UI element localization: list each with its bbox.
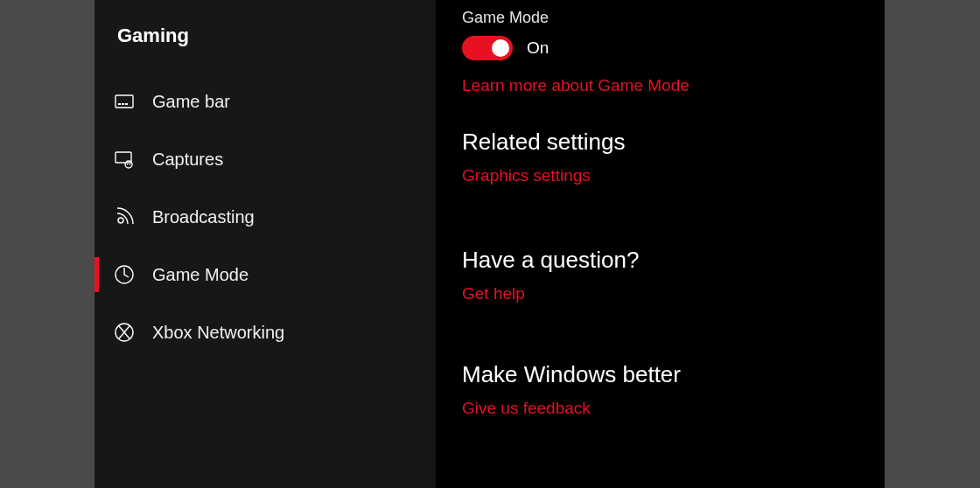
sidebar-item-label: Broadcasting <box>152 207 255 227</box>
svg-rect-0 <box>116 95 133 108</box>
svg-rect-2 <box>122 103 124 105</box>
settings-window: Gaming Game bar Cap <box>94 0 885 488</box>
sidebar-item-game-bar[interactable]: Game bar <box>94 77 436 126</box>
related-settings-heading: Related settings <box>462 129 858 156</box>
game-mode-label: Game Mode <box>462 9 858 27</box>
question-heading: Have a question? <box>462 247 858 274</box>
game-bar-icon <box>114 91 135 112</box>
game-mode-toggle-state: On <box>527 38 549 58</box>
game-mode-toggle[interactable] <box>462 36 513 60</box>
game-mode-toggle-row: On <box>462 36 858 60</box>
sidebar-item-broadcasting[interactable]: Broadcasting <box>94 192 436 241</box>
sidebar-item-xbox-networking[interactable]: Xbox Networking <box>94 308 436 357</box>
sidebar: Gaming Game bar Cap <box>94 0 436 488</box>
svg-point-6 <box>127 164 129 165</box>
toggle-knob <box>492 39 509 57</box>
sidebar-item-captures[interactable]: Captures <box>94 135 436 184</box>
broadcasting-icon <box>114 206 135 227</box>
graphics-settings-link[interactable]: Graphics settings <box>462 166 591 185</box>
get-help-link[interactable]: Get help <box>462 284 525 303</box>
improve-heading: Make Windows better <box>462 361 858 388</box>
content-pane: Game Mode On Learn more about Game Mode … <box>436 0 885 488</box>
feedback-link[interactable]: Give us feedback <box>462 399 591 418</box>
learn-more-link[interactable]: Learn more about Game Mode <box>462 76 690 95</box>
svg-rect-1 <box>118 103 121 105</box>
captures-icon <box>114 149 135 170</box>
svg-point-7 <box>130 164 131 165</box>
sidebar-item-game-mode[interactable]: Game Mode <box>94 250 436 299</box>
svg-rect-3 <box>125 103 128 105</box>
svg-point-5 <box>125 161 132 168</box>
sidebar-item-label: Captures <box>152 150 223 170</box>
sidebar-item-label: Xbox Networking <box>152 323 284 343</box>
sidebar-item-label: Game Mode <box>152 265 248 285</box>
svg-point-8 <box>118 218 123 223</box>
game-mode-icon <box>114 264 135 285</box>
xbox-icon <box>114 322 135 343</box>
sidebar-item-label: Game bar <box>152 92 230 112</box>
sidebar-title: Gaming <box>94 16 436 77</box>
